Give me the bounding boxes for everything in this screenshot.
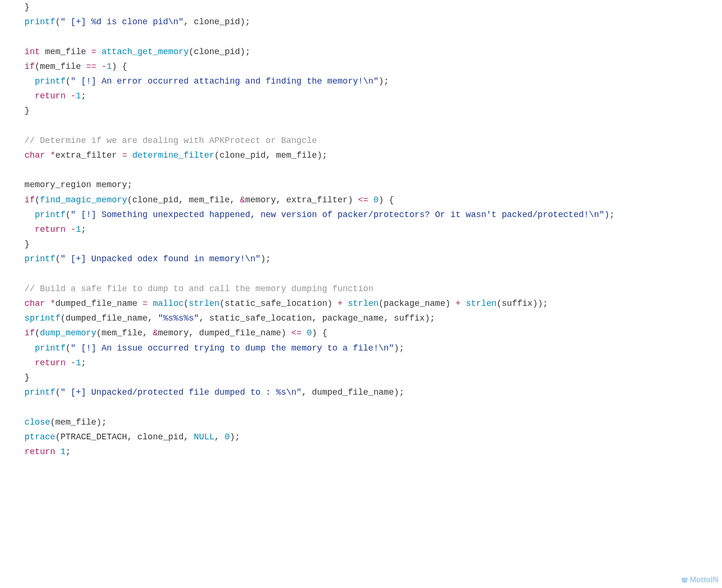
code-token [368, 195, 373, 205]
code-token: printf [25, 17, 56, 27]
code-token: } [25, 106, 30, 115]
code-token: NULL [194, 432, 214, 442]
code-token: extra_filter [55, 151, 122, 160]
code-token [66, 91, 71, 101]
code-token: return [25, 447, 56, 456]
code-line: memory_region memory; [14, 180, 132, 190]
code-line: // Determine if we are dealing with APKP… [14, 136, 317, 145]
code-token: if [25, 328, 35, 338]
code-token: 0 [307, 328, 312, 338]
code-token: strlen [348, 299, 379, 308]
code-token: int [25, 47, 40, 57]
code-token: & [153, 328, 158, 338]
code-token: * [50, 299, 56, 308]
code-token: strlen [466, 299, 497, 308]
code-token [148, 299, 153, 308]
code-token: (mem_file, [96, 328, 153, 338]
code-token: ); [261, 254, 271, 264]
code-token: 1 [60, 447, 66, 456]
code-line: if(dump_memory(mem_file, &memory, dumped… [14, 328, 327, 338]
code-line: return -1; [14, 91, 86, 101]
code-line: int mem_file = attach_get_memory(clone_p… [14, 47, 250, 57]
code-token: mem_file [40, 47, 91, 57]
code-block: } printf(" [+] %d is clone pid\n", clone… [0, 0, 722, 459]
code-token: , static_safe_location, package_name, su… [199, 313, 435, 323]
code-token: sprintf [25, 313, 61, 323]
code-token: 0 [373, 195, 379, 205]
code-token: printf [25, 388, 56, 397]
code-token: // Determine if we are dealing with APKP… [25, 136, 317, 145]
code-token: " [!] An error occurred attaching and fi… [71, 76, 379, 86]
code-line: } [14, 106, 29, 115]
code-token: 1 [76, 358, 81, 368]
code-token: = [91, 47, 96, 57]
code-line: printf(" [!] An issue occurred trying to… [14, 343, 404, 353]
code-token: return [35, 225, 66, 234]
code-token: + [338, 299, 343, 308]
code-token: - [71, 358, 76, 368]
code-token: (PTRACE_DETACH, clone_pid, [55, 432, 194, 442]
code-token [342, 299, 348, 308]
code-token [45, 299, 50, 308]
code-token: * [50, 151, 56, 160]
code-line: } [14, 239, 29, 249]
code-token: , dumped_file_name); [302, 388, 404, 397]
code-line: // Build a safe file to dump to and call… [14, 284, 373, 294]
code-token: (dumped_file_name, [60, 313, 158, 323]
code-token: = [142, 299, 148, 308]
code-token: (clone_pid); [189, 47, 250, 57]
code-token: 1 [76, 225, 81, 234]
code-token: ); [379, 76, 389, 86]
code-line: printf(" [+] %d is clone pid\n", clone_p… [14, 17, 250, 27]
code-token [302, 328, 307, 338]
code-token: (mem_file [35, 62, 86, 71]
code-line: if(mem_file == -1) { [14, 62, 127, 71]
code-token: + [456, 299, 461, 308]
code-token: 0 [225, 432, 230, 442]
code-line: return 1; [14, 447, 71, 456]
code-token: printf [35, 76, 66, 86]
code-token: ( [55, 17, 60, 27]
code-token: ); [230, 432, 240, 442]
code-token [461, 299, 466, 308]
code-line: printf(" [+] Unpacked/protected file dum… [14, 388, 404, 397]
code-token: (package_name) [379, 299, 456, 308]
code-token: find_magic_memory [40, 195, 127, 205]
code-token: <= [291, 328, 302, 338]
code-token [55, 447, 60, 456]
code-token: == [86, 62, 96, 71]
code-line: if(find_magic_memory(clone_pid, mem_file… [14, 195, 394, 205]
code-line: return -1; [14, 358, 86, 368]
code-token: determine_filter [133, 151, 215, 160]
code-token: (mem_file); [50, 417, 107, 427]
code-token: dumped_file_name [55, 299, 142, 308]
code-token: ) { [112, 62, 127, 71]
code-line: printf(" [!] Something unexpected happen… [14, 210, 615, 219]
code-token: - [102, 62, 107, 71]
code-token: ; [81, 91, 86, 101]
code-token: ; [81, 225, 86, 234]
code-token: malloc [153, 299, 184, 308]
code-token: memory, dumped_file_name) [158, 328, 292, 338]
code-token: printf [35, 343, 66, 353]
code-token: " [+] Unpacked/protected file dumped to … [60, 388, 302, 397]
code-token [66, 358, 71, 368]
code-line: ptrace(PTRACE_DETACH, clone_pid, NULL, 0… [14, 432, 240, 442]
code-token: " [+] %d is clone pid\n" [60, 17, 183, 27]
code-token: (clone_pid, mem_file, [127, 195, 240, 205]
code-token: " [+] Unpacked odex found in memory!\n" [60, 254, 260, 264]
code-line: char *extra_filter = determine_filter(cl… [14, 151, 327, 160]
code-token [127, 151, 133, 160]
code-token: ); [394, 343, 404, 353]
code-token: if [25, 62, 35, 71]
code-line: sprintf(dumped_file_name, "%s%s%s", stat… [14, 313, 435, 323]
code-token: - [71, 91, 76, 101]
code-token: <= [358, 195, 369, 205]
code-token: ptrace [25, 432, 56, 442]
code-line: printf(" [+] Unpacked odex found in memo… [14, 254, 271, 264]
code-line: char *dumped_file_name = malloc(strlen(s… [14, 299, 548, 308]
code-token: - [71, 225, 76, 234]
code-token: close [25, 417, 50, 427]
code-line: close(mem_file); [14, 417, 106, 427]
code-token: "%s%s%s" [158, 313, 199, 323]
